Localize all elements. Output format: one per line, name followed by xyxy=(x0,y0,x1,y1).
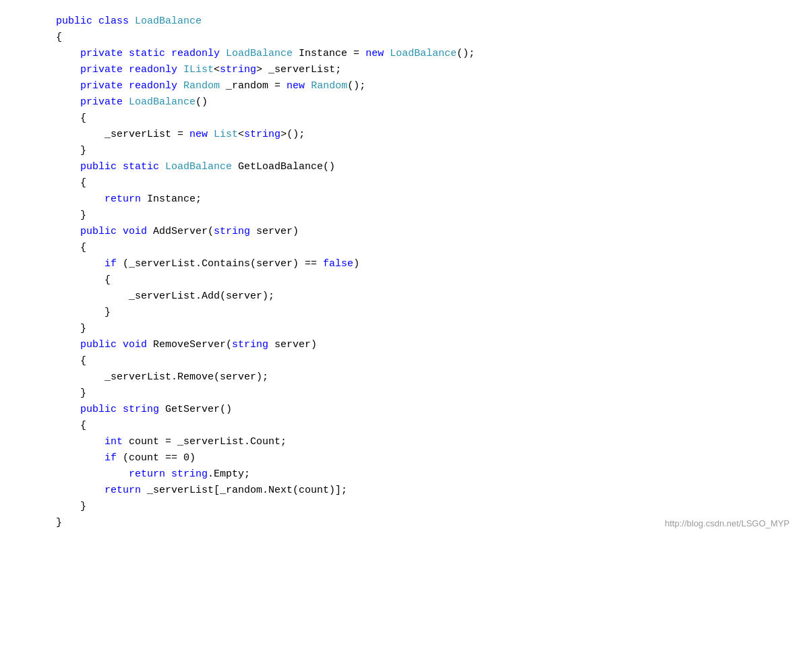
code-token: int xyxy=(105,436,129,448)
code-token: public xyxy=(56,16,98,27)
code-token: string xyxy=(214,226,256,237)
code-line: { xyxy=(13,111,790,127)
code-token: string xyxy=(232,339,274,350)
code-line: public void AddServer(string server) xyxy=(13,224,790,240)
code-token: List xyxy=(214,129,238,140)
code-token: if xyxy=(105,258,123,270)
code-token: } xyxy=(56,517,62,528)
code-token: server) xyxy=(274,339,317,350)
code-line: } xyxy=(13,321,790,337)
code-token: string xyxy=(171,468,208,480)
code-token: .Empty; xyxy=(208,468,250,480)
code-token: } xyxy=(80,501,86,512)
code-line: _serverList.Remove(server); xyxy=(13,369,790,386)
code-token: void xyxy=(123,339,153,350)
code-token: LoadBalance xyxy=(135,16,202,27)
code-token: LoadBalance xyxy=(129,96,196,108)
code-line: } xyxy=(13,143,790,159)
code-token: LoadBalance xyxy=(165,161,232,173)
code-line: } xyxy=(13,499,790,515)
code-token: public xyxy=(80,339,123,350)
code-token: < xyxy=(238,129,244,140)
code-line: if (count == 0) xyxy=(13,450,790,466)
code-line: { xyxy=(13,418,790,434)
code-line: _serverList = new List<string>(); xyxy=(13,127,790,143)
code-token: private xyxy=(80,64,129,75)
code-token: Random xyxy=(183,80,220,92)
code-token: class xyxy=(98,16,135,27)
code-token: private xyxy=(80,80,129,92)
code-line: { xyxy=(13,175,790,191)
code-token: { xyxy=(80,113,86,124)
code-line: if (_serverList.Contains(server) == fals… xyxy=(13,256,790,272)
code-token: Instance; xyxy=(147,193,202,205)
code-token: LoadBalance xyxy=(390,48,456,59)
code-token: { xyxy=(56,32,62,43)
code-token: private xyxy=(80,48,129,59)
code-token: void xyxy=(123,226,153,237)
code-token: >(); xyxy=(280,129,305,140)
code-line: } xyxy=(13,305,790,321)
code-line: return Instance; xyxy=(13,191,790,208)
code-token: public xyxy=(80,226,123,237)
code-token: readonly xyxy=(171,48,226,59)
code-container: public class LoadBalance { private stati… xyxy=(0,7,803,538)
code-line: return string.Empty; xyxy=(13,466,790,483)
code-token: AddServer( xyxy=(153,226,214,237)
code-token: _serverList = xyxy=(105,129,189,140)
code-token: _serverList[_random.Next(count)]; xyxy=(147,485,347,496)
code-token: string xyxy=(123,404,165,415)
code-token: server) xyxy=(256,226,299,237)
code-token: ) xyxy=(353,258,359,270)
code-token: IList xyxy=(183,64,214,75)
code-token: (count == 0) xyxy=(123,452,196,464)
code-line: public static LoadBalance GetLoadBalance… xyxy=(13,159,790,175)
code-token: > _serverList; xyxy=(256,64,341,75)
code-line: private static readonly LoadBalance Inst… xyxy=(13,46,790,62)
code-line: private readonly IList<string> _serverLi… xyxy=(13,62,790,78)
code-token: new xyxy=(287,80,311,92)
code-token: (_serverList.Contains(server) == xyxy=(123,258,323,270)
code-line: { xyxy=(13,272,790,288)
code-line: public string GetServer() xyxy=(13,402,790,418)
code-token: static xyxy=(123,161,165,173)
code-token: private xyxy=(80,96,129,108)
code-token: (); xyxy=(347,80,365,92)
code-token: readonly xyxy=(129,64,183,75)
code-token: public xyxy=(80,404,123,415)
code-token: { xyxy=(80,242,86,253)
code-line: private readonly Random _random = new Ra… xyxy=(13,78,790,94)
code-token: false xyxy=(323,258,353,270)
code-line: _serverList.Add(server); xyxy=(13,288,790,305)
code-token: { xyxy=(80,177,86,189)
code-token: { xyxy=(105,274,111,286)
code-line: return _serverList[_random.Next(count)]; xyxy=(13,483,790,499)
code-token: Instance = xyxy=(293,48,365,59)
code-line: int count = _serverList.Count; xyxy=(13,434,790,450)
code-line: public void RemoveServer(string server) xyxy=(13,337,790,353)
code-token: _random = xyxy=(220,80,287,92)
code-token: if xyxy=(105,452,123,464)
code-token: } xyxy=(80,145,86,156)
code-line: { xyxy=(13,240,790,256)
code-token: Random xyxy=(311,80,347,92)
code-token: } xyxy=(80,388,86,399)
code-token: GetLoadBalance() xyxy=(232,161,335,173)
code-token: return xyxy=(105,485,147,496)
code-token: string xyxy=(220,64,256,75)
code-line: { xyxy=(13,30,790,46)
code-lines: public class LoadBalance { private stati… xyxy=(13,13,790,531)
code-token: string xyxy=(244,129,280,140)
code-token: LoadBalance xyxy=(226,48,293,59)
code-token: readonly xyxy=(129,80,183,92)
code-token: count = _serverList.Count; xyxy=(129,436,287,448)
code-token: GetServer() xyxy=(165,404,232,415)
code-token: _serverList.Add(server); xyxy=(129,291,274,302)
code-token: < xyxy=(214,64,220,75)
code-token: } xyxy=(80,323,86,334)
code-token: return xyxy=(105,193,147,205)
code-line: } xyxy=(13,208,790,224)
code-token: static xyxy=(129,48,171,59)
code-line: public class LoadBalance xyxy=(13,13,790,30)
code-token: new xyxy=(365,48,390,59)
